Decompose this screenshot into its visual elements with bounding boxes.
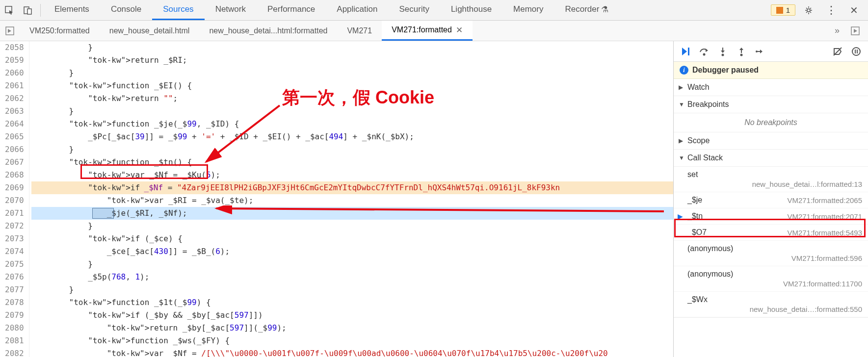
line-gutter: 2058205920602061206220632064206520662067… — [0, 41, 29, 357]
info-icon: i — [680, 66, 688, 75]
file-tab[interactable]: VM271 — [337, 21, 382, 41]
svg-point-3 — [807, 9, 810, 12]
panel-tab-network[interactable]: Network — [205, 0, 257, 20]
expand-icon: ▼ — [679, 154, 684, 161]
call-stack-frame[interactable]: setnew_house_detai…l:formatted:13 — [674, 167, 868, 192]
deactivate-breakpoints-icon[interactable] — [830, 44, 845, 59]
debugger-paused-label: Debugger paused — [692, 66, 759, 75]
step-icon[interactable] — [752, 44, 768, 59]
run-snippet-icon[interactable] — [845, 26, 865, 35]
execution-marker — [92, 208, 114, 219]
step-over-icon[interactable] — [696, 44, 712, 59]
current-frame-icon: ▶ — [678, 212, 683, 220]
step-into-icon[interactable] — [715, 44, 731, 59]
settings-icon[interactable] — [799, 0, 818, 21]
code-pane: 2058205920602061206220632064206520662067… — [0, 41, 673, 357]
call-stack-frame[interactable]: ▶_$tnVM271:formatted:2071 — [674, 208, 868, 225]
file-tabbar: VM250:formattednew_house_detail.htmlnew_… — [0, 21, 868, 41]
no-breakpoints-label: No breakpoints — [674, 113, 868, 132]
panel-tab-security[interactable]: Security — [388, 0, 440, 20]
divider — [40, 4, 41, 17]
code-content[interactable]: } "tok-kw">return _$RI; } "tok-kw">funct… — [29, 41, 673, 357]
value-tooltip: _$Nf = "4Zar9jEEI8lPH2iGBpJXF3jHt6CmGcE2… — [142, 181, 562, 194]
svg-point-10 — [756, 51, 758, 52]
file-tab[interactable]: new_house_detail.html — [100, 21, 200, 41]
device-toggle-icon[interactable] — [19, 0, 37, 21]
close-devtools-icon[interactable]: ✕ — [844, 0, 863, 21]
close-tab-icon[interactable]: ✕ — [456, 25, 463, 35]
more-tabs-icon[interactable]: » — [829, 26, 845, 36]
panel-tabs: ElementsConsoleSourcesNetworkPerformance… — [44, 0, 771, 20]
svg-rect-13 — [855, 50, 856, 53]
svg-point-12 — [852, 48, 860, 55]
inspect-icon[interactable] — [0, 0, 19, 21]
call-stack-frame[interactable]: _$Wxnew_house_detai…:formatted:550 — [674, 292, 868, 317]
issues-badge[interactable]: 1 — [771, 4, 795, 16]
callstack-section-header[interactable]: ▼ Call Stack — [674, 150, 868, 167]
step-out-icon[interactable] — [734, 44, 749, 59]
panel-tab-lighthouse[interactable]: Lighthouse — [440, 0, 502, 20]
panel-tab-recorder[interactable]: Recorder ⚗ — [554, 0, 620, 20]
call-stack-frame[interactable]: (anonymous)VM271:formatted:11700 — [674, 266, 868, 292]
debugger-sidebar: i Debugger paused ▶ Watch ▼ Breakpoints … — [673, 41, 868, 357]
file-tab[interactable]: new_house_detai...html:formatted — [199, 21, 337, 41]
warning-icon — [776, 7, 783, 14]
panel-tab-console[interactable]: Console — [100, 0, 152, 20]
svg-rect-6 — [688, 48, 689, 55]
scope-section-header[interactable]: ▶ Scope — [674, 132, 868, 150]
call-stack-frame[interactable]: (anonymous)VM271:formatted:596 — [674, 241, 868, 266]
call-stack-list: setnew_house_detai…l:formatted:13_$jeVM2… — [674, 167, 868, 318]
svg-rect-14 — [857, 50, 858, 53]
panel-tab-elements[interactable]: Elements — [44, 0, 100, 20]
panel-tab-application[interactable]: Application — [326, 0, 388, 20]
file-tab[interactable]: VM250:formatted — [20, 21, 100, 41]
pause-exceptions-icon[interactable] — [848, 44, 864, 59]
debugger-paused-banner: i Debugger paused — [674, 62, 868, 79]
collapse-icon: ▶ — [679, 84, 684, 91]
breakpoints-section-header[interactable]: ▼ Breakpoints — [674, 96, 868, 113]
resume-icon[interactable] — [678, 44, 693, 59]
call-stack-frame[interactable]: _$jeVM271:formatted:2065 — [674, 192, 868, 208]
watch-section-header[interactable]: ▶ Watch — [674, 79, 868, 96]
svg-point-7 — [703, 53, 706, 55]
kebab-menu-icon[interactable]: ⋮ — [822, 0, 841, 21]
svg-point-9 — [740, 53, 743, 56]
expand-icon: ▼ — [679, 101, 684, 108]
panel-tab-sources[interactable]: Sources — [152, 0, 204, 20]
collapse-icon: ▶ — [679, 137, 684, 144]
panel-tab-performance[interactable]: Performance — [257, 0, 326, 20]
debug-toolbar — [674, 41, 868, 62]
devtools-toolbar: ElementsConsoleSourcesNetworkPerformance… — [0, 0, 868, 21]
svg-point-8 — [722, 53, 724, 56]
panel-tab-memory[interactable]: Memory — [502, 0, 554, 20]
navigator-toggle-icon[interactable] — [0, 26, 20, 35]
svg-rect-2 — [27, 9, 31, 14]
issues-count: 1 — [786, 6, 790, 14]
call-stack-frame[interactable]: _$O7VM271:formatted:5493 — [674, 225, 868, 241]
file-tab[interactable]: VM271:formatted✕ — [382, 21, 473, 41]
